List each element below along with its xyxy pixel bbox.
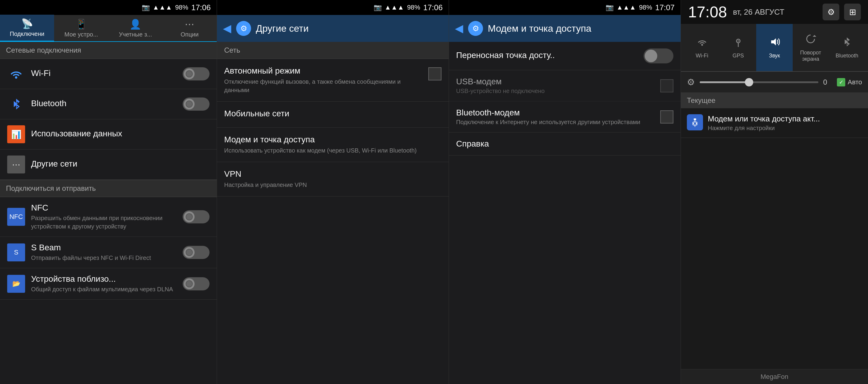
- hotspot-toggle[interactable]: [644, 49, 674, 63]
- nfc-toggle-knob: [184, 211, 194, 222]
- time-2: 17:06: [423, 3, 443, 12]
- qt-gps-icon: [733, 36, 744, 50]
- auto-check[interactable]: ✓ Авто: [837, 78, 862, 86]
- tether-item-hotspot[interactable]: Переносная точка досту..: [449, 42, 681, 70]
- svg-point-8: [693, 123, 694, 124]
- settings-item-nearby[interactable]: 📂 Устройства поблизо... Общий доступ к ф…: [0, 268, 217, 300]
- status-bar-1: 📷 ▲▲▲ 98% 17:06: [0, 0, 217, 15]
- bt-title: Bluetooth: [31, 99, 183, 108]
- back-button-2[interactable]: ◀: [223, 22, 231, 35]
- data-title: Использование данных: [31, 129, 210, 139]
- sbeam-toggle[interactable]: [183, 246, 210, 259]
- tab-options[interactable]: ⋯ Опции: [163, 14, 217, 41]
- settings-item-data[interactable]: 📊 Использование данных: [0, 119, 217, 150]
- time-3: 17:07: [655, 3, 675, 12]
- help-label: Справка: [456, 139, 489, 148]
- auto-label: Авто: [848, 78, 862, 86]
- quick-toggle-bluetooth[interactable]: Bluetooth: [829, 24, 865, 71]
- settings-item-sbeam[interactable]: S S Beam Отправить файлы через NFC и Wi-…: [0, 237, 217, 268]
- airplane-checkbox[interactable]: [428, 67, 441, 81]
- nearby-toggle[interactable]: [183, 277, 210, 290]
- tab-connections[interactable]: 📡 Подключени: [0, 14, 54, 41]
- connect-section-header: Подключиться и отправить: [0, 180, 217, 197]
- battery-text-1: 98%: [175, 4, 188, 11]
- grid-icon: ⊞: [849, 7, 856, 17]
- usb-title: USB-модем: [456, 77, 660, 86]
- time-1: 17:06: [191, 3, 211, 12]
- usb-content: USB-модем USB-устройство не подключено: [456, 77, 660, 94]
- tab-accounts[interactable]: 👤 Учетные з...: [108, 14, 163, 41]
- tether-item-bt[interactable]: Bluetooth-модем Подключение к Интернету …: [449, 101, 681, 132]
- settings-button[interactable]: ⚙: [823, 4, 839, 20]
- carrier-text: MegaFon: [761, 373, 788, 381]
- qt-rotate-icon: [805, 33, 816, 47]
- quick-toggle-sound[interactable]: Звук: [756, 24, 793, 71]
- hotspot-toggle-knob: [645, 50, 657, 62]
- tab-mydevice-icon: 📱: [75, 19, 87, 30]
- airplane-title: Автономный режим: [224, 66, 424, 76]
- back-button-3[interactable]: ◀: [455, 22, 463, 35]
- notif-status-bar: 17:08 вт, 26 АВГУСТ ⚙ ⊞: [681, 0, 868, 24]
- menu-list-2: Автономный режим Отключение функций вызо…: [217, 59, 448, 197]
- qt-rotate-label: Поворот экрана: [793, 50, 829, 62]
- nfc-toggle[interactable]: [183, 210, 210, 224]
- settings-item-nfc[interactable]: NFC NFC Разрешить обмен данными при прик…: [0, 197, 217, 237]
- bt-checkbox[interactable]: [660, 110, 674, 123]
- tab-connections-icon: 📡: [21, 18, 33, 29]
- tab-connections-label: Подключени: [10, 30, 44, 37]
- bt-toggle[interactable]: [183, 97, 210, 111]
- tab-accounts-icon: 👤: [129, 19, 142, 30]
- grid-button[interactable]: ⊞: [844, 4, 861, 20]
- settings-item-wifi[interactable]: Wi-Fi: [0, 59, 217, 89]
- qt-wifi-label: Wi-Fi: [696, 53, 708, 59]
- data-icon: 📊: [7, 125, 25, 143]
- tether-item-usb[interactable]: USB-модем USB-устройство не подключено: [449, 70, 681, 101]
- camera-icon-3: 📷: [606, 4, 614, 11]
- tab-options-icon: ⋯: [185, 19, 194, 30]
- nfc-subtitle: Разрешить обмен данными при прикосновени…: [31, 214, 183, 231]
- qt-bluetooth-icon: [841, 36, 852, 50]
- wifi-toggle-knob: [184, 68, 194, 79]
- menu-item-vpn[interactable]: VPN Настройка и управление VPN: [217, 162, 448, 197]
- notif-usb-icon: [687, 114, 703, 130]
- brightness-fill: [700, 81, 747, 83]
- menu-item-airplane[interactable]: Автономный режим Отключение функций вызо…: [217, 59, 448, 102]
- nearby-icon: 📂: [7, 275, 25, 293]
- airplane-sub: Отключение функций вызовов, а также обме…: [224, 78, 424, 94]
- network-section-header: Сетевые подключения: [0, 42, 217, 59]
- panel-connections: 📷 ▲▲▲ 98% 17:06 📡 Подключени 📱 Мое устро…: [0, 0, 217, 384]
- nav-gear-3: ⚙: [468, 21, 483, 36]
- tab-mydevice[interactable]: 📱 Мое устро...: [54, 14, 108, 41]
- camera-icon-1: 📷: [142, 4, 150, 11]
- current-header: Текущее: [681, 93, 868, 108]
- tab-options-label: Опции: [181, 31, 198, 38]
- wifi-content: Wi-Fi: [31, 68, 183, 79]
- quick-toggle-gps[interactable]: GPS: [720, 24, 756, 71]
- menu-item-mobile[interactable]: Мобильные сети: [217, 102, 448, 128]
- brightness-value: 0: [823, 78, 832, 86]
- nav-title-3: Модем и точка доступа: [488, 23, 591, 34]
- notif-item-tethering[interactable]: Модем или точка доступа акт... Нажмите д…: [681, 108, 868, 138]
- settings-item-other[interactable]: ⋯ Другие сети: [0, 150, 217, 180]
- sbeam-subtitle: Отправить файлы через NFC и Wi-Fi Direct: [31, 254, 183, 262]
- battery-text-3: 98%: [639, 4, 652, 11]
- menu-item-tethering[interactable]: Модем и точка доступа Использовать устро…: [217, 128, 448, 162]
- qt-sound-icon: [769, 36, 780, 50]
- svg-marker-3: [813, 35, 816, 37]
- quick-toggle-rotate[interactable]: Поворот экрана: [793, 24, 829, 71]
- svg-point-9: [696, 123, 697, 124]
- settings-item-bluetooth[interactable]: Bluetooth: [0, 89, 217, 119]
- notif-subtitle: Нажмите для настройки: [708, 125, 862, 131]
- brightness-track[interactable]: [700, 81, 818, 83]
- bluetooth-icon: [7, 95, 25, 113]
- vpn-title: VPN: [224, 169, 441, 179]
- help-item[interactable]: Справка: [449, 132, 681, 155]
- nfc-icon: NFC: [7, 208, 25, 226]
- brightness-thumb: [745, 78, 753, 86]
- quick-toggle-wifi[interactable]: Wi-Fi: [684, 24, 720, 71]
- wifi-toggle[interactable]: [183, 67, 210, 81]
- tethering-title: Модем и точка доступа: [224, 135, 441, 144]
- panel-tethering: 📷 ▲▲▲ 98% 17:07 ◀ ⚙ Модем и точка доступ…: [449, 0, 681, 384]
- battery-text-2: 98%: [407, 4, 420, 11]
- usb-checkbox[interactable]: [660, 79, 674, 92]
